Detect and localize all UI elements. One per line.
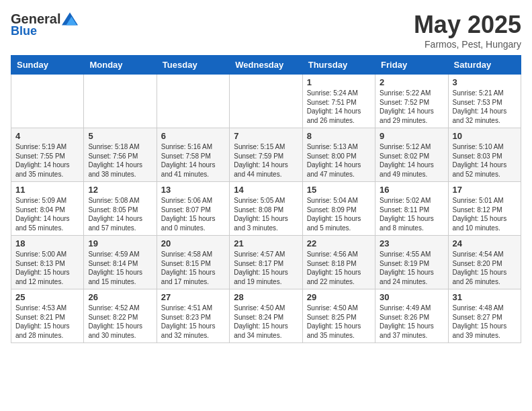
day-info: Sunrise: 4:59 AM Sunset: 8:14 PM Dayligh… [88,250,152,286]
day-number: 24 [453,238,517,248]
day-info: Sunrise: 4:56 AM Sunset: 8:18 PM Dayligh… [307,250,371,286]
week-row-4: 18Sunrise: 5:00 AM Sunset: 8:13 PM Dayli… [11,236,521,289]
day-info: Sunrise: 5:12 AM Sunset: 8:02 PM Dayligh… [380,142,443,179]
day-cell: 2Sunrise: 5:22 AM Sunset: 7:52 PM Daylig… [375,75,448,128]
weekday-header-thursday: Thursday [302,56,375,75]
week-row-2: 4Sunrise: 5:19 AM Sunset: 7:55 PM Daylig… [11,128,521,182]
day-info: Sunrise: 4:48 AM Sunset: 8:27 PM Dayligh… [453,304,517,340]
day-cell: 20Sunrise: 4:58 AM Sunset: 8:15 PM Dayli… [157,236,229,289]
weekday-header-friday: Friday [375,56,448,75]
day-number: 30 [380,292,443,302]
weekday-header-row: SundayMondayTuesdayWednesdayThursdayFrid… [11,56,521,75]
location: Farmos, Pest, Hungary [414,39,521,50]
day-cell: 16Sunrise: 5:02 AM Sunset: 8:11 PM Dayli… [375,182,448,236]
page-header: General Blue May 2025 Farmos, Pest, Hung… [11,11,521,50]
day-cell: 21Sunrise: 4:57 AM Sunset: 8:17 PM Dayli… [230,236,302,289]
day-cell: 8Sunrise: 5:13 AM Sunset: 8:00 PM Daylig… [302,128,375,182]
day-number: 1 [307,77,371,87]
day-cell [84,75,157,128]
day-info: Sunrise: 4:52 AM Sunset: 8:22 PM Dayligh… [88,304,152,340]
day-info: Sunrise: 5:01 AM Sunset: 8:12 PM Dayligh… [453,196,517,232]
day-number: 9 [380,131,443,141]
day-info: Sunrise: 5:18 AM Sunset: 7:56 PM Dayligh… [88,142,152,179]
day-cell: 14Sunrise: 5:05 AM Sunset: 8:08 PM Dayli… [230,182,302,236]
day-cell: 31Sunrise: 4:48 AM Sunset: 8:27 PM Dayli… [448,289,521,343]
day-cell [230,75,302,128]
day-cell: 29Sunrise: 4:50 AM Sunset: 8:25 PM Dayli… [302,289,375,343]
day-number: 5 [88,131,152,141]
logo-blue: Blue [11,24,37,38]
day-info: Sunrise: 4:54 AM Sunset: 8:20 PM Dayligh… [453,250,517,286]
day-info: Sunrise: 4:57 AM Sunset: 8:17 PM Dayligh… [234,250,298,286]
day-number: 7 [234,131,298,141]
day-number: 2 [380,77,443,87]
day-number: 28 [234,292,298,302]
day-info: Sunrise: 5:21 AM Sunset: 7:53 PM Dayligh… [453,89,517,125]
day-number: 12 [88,185,152,195]
day-cell [157,75,229,128]
day-number: 23 [380,238,443,248]
day-cell: 27Sunrise: 4:51 AM Sunset: 8:23 PM Dayli… [157,289,229,343]
day-number: 19 [88,238,152,248]
weekday-header-saturday: Saturday [448,56,521,75]
day-number: 10 [453,131,517,141]
day-number: 25 [15,292,79,302]
day-number: 26 [88,292,152,302]
day-number: 4 [15,131,79,141]
weekday-header-tuesday: Tuesday [157,56,229,75]
day-number: 18 [15,238,79,248]
day-info: Sunrise: 5:10 AM Sunset: 8:03 PM Dayligh… [453,142,517,179]
day-info: Sunrise: 4:49 AM Sunset: 8:26 PM Dayligh… [380,304,443,340]
logo: General Blue [11,11,78,38]
weekday-header-sunday: Sunday [11,56,84,75]
weekday-header-wednesday: Wednesday [230,56,302,75]
day-number: 6 [161,131,225,141]
day-info: Sunrise: 5:04 AM Sunset: 8:09 PM Dayligh… [307,196,371,232]
day-info: Sunrise: 5:08 AM Sunset: 8:05 PM Dayligh… [88,196,152,232]
day-number: 22 [307,238,371,248]
day-cell: 3Sunrise: 5:21 AM Sunset: 7:53 PM Daylig… [448,75,521,128]
day-info: Sunrise: 5:22 AM Sunset: 7:52 PM Dayligh… [380,89,443,125]
day-cell: 17Sunrise: 5:01 AM Sunset: 8:12 PM Dayli… [448,182,521,236]
day-info: Sunrise: 4:50 AM Sunset: 8:25 PM Dayligh… [307,304,371,340]
day-cell: 23Sunrise: 4:55 AM Sunset: 8:19 PM Dayli… [375,236,448,289]
day-info: Sunrise: 5:24 AM Sunset: 7:51 PM Dayligh… [307,89,371,125]
week-row-3: 11Sunrise: 5:09 AM Sunset: 8:04 PM Dayli… [11,182,521,236]
day-cell: 1Sunrise: 5:24 AM Sunset: 7:51 PM Daylig… [302,75,375,128]
day-cell: 15Sunrise: 5:04 AM Sunset: 8:09 PM Dayli… [302,182,375,236]
day-cell: 4Sunrise: 5:19 AM Sunset: 7:55 PM Daylig… [11,128,84,182]
day-info: Sunrise: 4:55 AM Sunset: 8:19 PM Dayligh… [380,250,443,286]
day-number: 15 [307,185,371,195]
day-number: 3 [453,77,517,87]
day-cell [11,75,84,128]
day-cell: 25Sunrise: 4:53 AM Sunset: 8:21 PM Dayli… [11,289,84,343]
logo-icon [62,11,78,27]
day-number: 20 [161,238,225,248]
day-cell: 11Sunrise: 5:09 AM Sunset: 8:04 PM Dayli… [11,182,84,236]
day-info: Sunrise: 5:19 AM Sunset: 7:55 PM Dayligh… [15,142,79,179]
day-info: Sunrise: 5:02 AM Sunset: 8:11 PM Dayligh… [380,196,443,232]
month-title: May 2025 [414,11,521,39]
day-number: 14 [234,185,298,195]
week-row-5: 25Sunrise: 4:53 AM Sunset: 8:21 PM Dayli… [11,289,521,343]
day-number: 13 [161,185,225,195]
day-info: Sunrise: 5:16 AM Sunset: 7:58 PM Dayligh… [161,142,225,179]
day-cell: 12Sunrise: 5:08 AM Sunset: 8:05 PM Dayli… [84,182,157,236]
day-cell: 7Sunrise: 5:15 AM Sunset: 7:59 PM Daylig… [230,128,302,182]
day-info: Sunrise: 5:05 AM Sunset: 8:08 PM Dayligh… [234,196,298,232]
day-info: Sunrise: 4:58 AM Sunset: 8:15 PM Dayligh… [161,250,225,286]
day-info: Sunrise: 5:00 AM Sunset: 8:13 PM Dayligh… [15,250,79,286]
day-info: Sunrise: 5:13 AM Sunset: 8:00 PM Dayligh… [307,142,371,179]
title-block: May 2025 Farmos, Pest, Hungary [414,11,521,50]
day-info: Sunrise: 4:53 AM Sunset: 8:21 PM Dayligh… [15,304,79,340]
day-cell: 9Sunrise: 5:12 AM Sunset: 8:02 PM Daylig… [375,128,448,182]
day-info: Sunrise: 5:15 AM Sunset: 7:59 PM Dayligh… [234,142,298,179]
day-number: 21 [234,238,298,248]
day-info: Sunrise: 5:06 AM Sunset: 8:07 PM Dayligh… [161,196,225,232]
day-number: 11 [15,185,79,195]
day-cell: 13Sunrise: 5:06 AM Sunset: 8:07 PM Dayli… [157,182,229,236]
week-row-1: 1Sunrise: 5:24 AM Sunset: 7:51 PM Daylig… [11,75,521,128]
day-number: 27 [161,292,225,302]
day-number: 29 [307,292,371,302]
day-cell: 26Sunrise: 4:52 AM Sunset: 8:22 PM Dayli… [84,289,157,343]
